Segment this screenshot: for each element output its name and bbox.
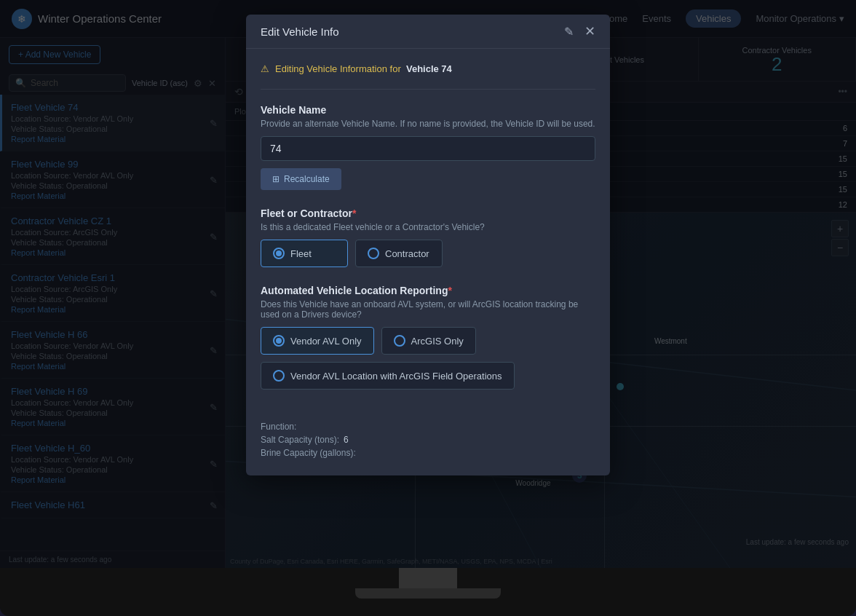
vehicle-name-section: Vehicle Name Provide an alternate Vehicl…	[261, 104, 595, 190]
arcgis-only-radio[interactable]	[394, 335, 405, 347]
modal-title: Edit Vehicle Info	[261, 25, 339, 38]
arcgis-only-label: ArcGIS Only	[411, 336, 464, 347]
section-desc: Is this a dedicated Fleet vehicle or a C…	[261, 222, 595, 232]
fleet-contractor-radio-group: Fleet Contractor	[261, 240, 595, 267]
recalculate-button[interactable]: ⊞ Recalculate	[261, 168, 341, 190]
required-star: *	[448, 285, 451, 296]
section-title: Vehicle Name	[261, 104, 595, 116]
contractor-label: Contractor	[385, 248, 429, 259]
brine-label: Brine Capacity (gallons):	[261, 448, 356, 458]
vendor-arcgis-option[interactable]: Vendor AVL Location with ArcGIS Field Op…	[261, 362, 515, 390]
avl-radio-group: Vendor AVL Only ArcGIS Only	[261, 327, 595, 355]
required-star: *	[352, 208, 356, 219]
detail-row-salt: Salt Capacity (tons): 6	[261, 435, 595, 445]
modal-edit-icon-button[interactable]: ✎	[564, 25, 574, 39]
warning-icon: ⚠	[261, 63, 269, 74]
detail-row-function: Function:	[261, 422, 595, 432]
monitor-stand-neck	[399, 566, 457, 588]
section-title: Automated Vehicle Location Reporting*	[261, 285, 595, 296]
recalculate-icon: ⊞	[272, 174, 280, 184]
arcgis-only-option[interactable]: ArcGIS Only	[381, 327, 476, 355]
modal-header: Edit Vehicle Info ✎ ✕	[246, 15, 610, 49]
modal-close-button[interactable]: ✕	[584, 25, 595, 38]
fleet-contractor-section: Fleet or Contractor* Is this a dedicated…	[261, 208, 595, 267]
monitor-stand-base	[355, 588, 501, 599]
vehicle-id-label: Vehicle 74	[406, 63, 452, 74]
fleet-option[interactable]: Fleet	[261, 240, 348, 267]
fleet-radio[interactable]	[273, 248, 285, 259]
salt-label: Salt Capacity (tons):	[261, 435, 339, 445]
fleet-label: Fleet	[290, 248, 312, 259]
modal-body: ⚠ Editing Vehicle Information for Vehicl…	[246, 49, 610, 422]
avl-section: Automated Vehicle Location Reporting* Do…	[261, 285, 595, 390]
section-desc: Does this Vehicle have an onboard AVL sy…	[261, 299, 595, 320]
vendor-arcgis-radio[interactable]	[273, 370, 285, 382]
detail-row-brine: Brine Capacity (gallons):	[261, 448, 595, 458]
modal-warning: ⚠ Editing Vehicle Information for Vehicl…	[261, 63, 595, 74]
vendor-avl-option[interactable]: Vendor AVL Only	[261, 327, 374, 355]
vehicle-name-input[interactable]	[261, 136, 595, 161]
contractor-radio[interactable]	[368, 248, 379, 259]
warning-text: Editing Vehicle Information for	[275, 63, 401, 74]
vendor-avl-radio[interactable]	[273, 335, 285, 347]
section-desc: Provide an alternate Vehicle Name. If no…	[261, 119, 595, 129]
vendor-avl-label: Vendor AVL Only	[290, 336, 362, 347]
modal-overlay[interactable]: Edit Vehicle Info ✎ ✕ ⚠ Editing Vehicle …	[0, 0, 856, 568]
modal-details: Function: Salt Capacity (tons): 6 Brine …	[246, 422, 610, 475]
section-title: Fleet or Contractor*	[261, 208, 595, 219]
section-divider	[261, 89, 595, 90]
function-label: Function:	[261, 422, 296, 432]
vendor-arcgis-label: Vendor AVL Location with ArcGIS Field Op…	[290, 371, 502, 382]
salt-value: 6	[344, 435, 349, 445]
edit-vehicle-modal: Edit Vehicle Info ✎ ✕ ⚠ Editing Vehicle …	[246, 15, 610, 475]
contractor-option[interactable]: Contractor	[355, 240, 443, 267]
